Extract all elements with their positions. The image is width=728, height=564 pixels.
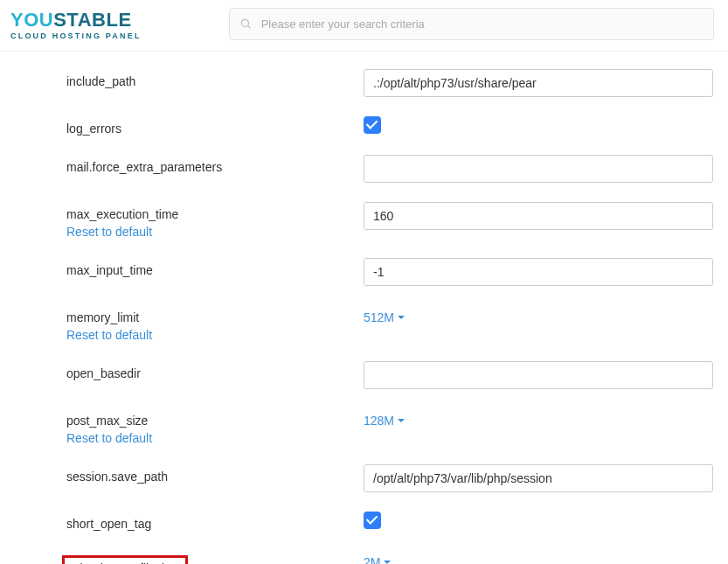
setting-checkbox-short-open-tag[interactable] xyxy=(364,512,381,529)
setting-value-col: 128M xyxy=(364,408,714,433)
setting-input-session-save-path[interactable] xyxy=(364,464,713,492)
chevron-down-icon xyxy=(398,419,405,422)
setting-label: max_input_time xyxy=(66,263,153,277)
setting-input-include-path[interactable] xyxy=(364,69,713,97)
setting-value-col xyxy=(364,116,714,134)
search-input[interactable] xyxy=(229,8,714,40)
logo-subtitle: CLOUD HOSTING PANEL xyxy=(10,31,142,40)
setting-dropdown-upload-max-filesize[interactable]: 2M xyxy=(364,550,391,564)
setting-label: post_max_size xyxy=(66,414,148,428)
setting-row-open-basedir: open_basedir xyxy=(66,361,714,389)
search-icon xyxy=(239,17,252,30)
setting-row-short-open-tag: short_open_tag xyxy=(66,512,714,531)
header: YOUSTABLE CLOUD HOSTING PANEL xyxy=(0,0,728,52)
logo-primary: YOU xyxy=(10,9,53,31)
setting-label-col: max_execution_timeReset to default xyxy=(66,202,364,239)
setting-dropdown-post-max-size[interactable]: 128M xyxy=(364,408,405,433)
highlight-box: upload_max_filesizeReset to default xyxy=(62,555,188,564)
setting-input-open-basedir[interactable] xyxy=(364,361,713,389)
dropdown-value: 2M xyxy=(364,555,380,564)
setting-value-col xyxy=(364,361,714,389)
setting-label: memory_limit xyxy=(66,310,139,324)
setting-input-max-input-time[interactable] xyxy=(364,258,713,286)
setting-label: max_execution_time xyxy=(66,207,178,221)
setting-value-col xyxy=(364,202,714,230)
setting-label: short_open_tag xyxy=(66,517,151,531)
dropdown-value: 128M xyxy=(364,414,394,428)
setting-value-col xyxy=(364,155,714,183)
reset-to-default-link[interactable]: Reset to default xyxy=(66,225,364,239)
setting-value-col: 2M xyxy=(364,550,714,564)
setting-label-col: upload_max_filesizeReset to default xyxy=(66,550,364,564)
setting-row-max-execution-time: max_execution_timeReset to default xyxy=(66,202,714,239)
setting-label: session.save_path xyxy=(66,470,168,484)
setting-checkbox-log-errors[interactable] xyxy=(364,116,381,134)
setting-value-col: 512M xyxy=(364,305,714,330)
setting-input-mail-force-extra-parameters[interactable] xyxy=(364,155,713,183)
setting-row-upload-max-filesize: upload_max_filesizeReset to default2M xyxy=(66,550,714,564)
setting-label: mail.force_extra_parameters xyxy=(66,160,222,174)
setting-label-col: max_input_time xyxy=(66,258,364,277)
chevron-down-icon xyxy=(398,316,405,319)
logo-text: YOUSTABLE xyxy=(10,10,142,30)
setting-label-col: log_errors xyxy=(66,116,364,136)
setting-label-col: post_max_sizeReset to default xyxy=(66,408,364,445)
setting-row-post-max-size: post_max_sizeReset to default128M xyxy=(66,408,714,445)
setting-row-log-errors: log_errors xyxy=(66,116,714,136)
chevron-down-icon xyxy=(384,561,391,564)
setting-row-include-path: include_path xyxy=(66,69,714,97)
setting-value-col xyxy=(364,512,714,529)
setting-row-max-input-time: max_input_time xyxy=(66,258,714,286)
setting-label: open_basedir xyxy=(66,366,141,380)
setting-value-col xyxy=(364,464,714,492)
svg-point-0 xyxy=(241,19,248,26)
setting-dropdown-memory-limit[interactable]: 512M xyxy=(364,305,405,330)
setting-value-col xyxy=(364,258,714,286)
reset-to-default-link[interactable]: Reset to default xyxy=(66,431,364,445)
logo-secondary: STABLE xyxy=(53,9,131,31)
setting-label: log_errors xyxy=(66,122,121,136)
setting-label-col: short_open_tag xyxy=(66,512,364,531)
search-wrap xyxy=(229,8,714,40)
setting-row-memory-limit: memory_limitReset to default512M xyxy=(66,305,714,342)
setting-label-col: memory_limitReset to default xyxy=(66,305,364,342)
setting-input-max-execution-time[interactable] xyxy=(364,202,713,230)
setting-label: include_path xyxy=(66,74,135,88)
reset-to-default-link[interactable]: Reset to default xyxy=(66,328,364,342)
setting-label-col: mail.force_extra_parameters xyxy=(66,155,364,174)
dropdown-value: 512M xyxy=(364,310,394,324)
setting-label-col: open_basedir xyxy=(66,361,364,380)
settings-form: include_pathlog_errorsmail.force_extra_p… xyxy=(0,52,728,564)
setting-value-col xyxy=(364,69,714,97)
setting-label-col: session.save_path xyxy=(66,464,364,484)
setting-row-session-save-path: session.save_path xyxy=(66,464,714,492)
setting-label-col: include_path xyxy=(66,69,364,88)
setting-row-mail-force-extra-parameters: mail.force_extra_parameters xyxy=(66,155,714,183)
logo: YOUSTABLE CLOUD HOSTING PANEL xyxy=(10,7,142,40)
svg-line-1 xyxy=(247,26,250,29)
